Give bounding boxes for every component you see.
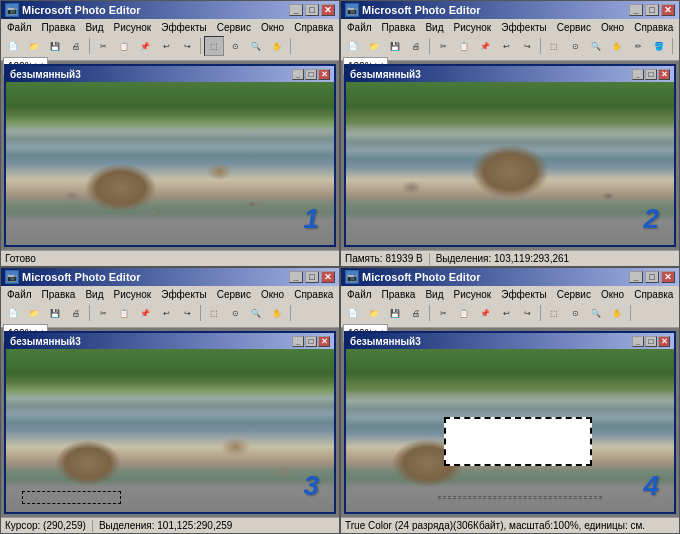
tb-cut-4[interactable]: ✂ <box>433 303 453 323</box>
minimize-btn-2[interactable]: _ <box>629 4 643 16</box>
tb-undo-3[interactable]: ↩ <box>156 303 176 323</box>
menu-view-4[interactable]: Вид <box>421 288 447 301</box>
tb-new-1[interactable]: 📄 <box>3 36 23 56</box>
tb-print-2[interactable]: 🖨 <box>406 36 426 56</box>
tb-save-3[interactable]: 💾 <box>45 303 65 323</box>
tb-lasso-2[interactable]: ⊙ <box>565 36 585 56</box>
tb-copy-2[interactable]: 📋 <box>454 36 474 56</box>
doc-max-2[interactable]: □ <box>645 69 657 80</box>
tb-redo-4[interactable]: ↪ <box>517 303 537 323</box>
doc-close-1[interactable]: ✕ <box>318 69 330 80</box>
tb-save-1[interactable]: 💾 <box>45 36 65 56</box>
menu-edit-2[interactable]: Правка <box>378 21 420 34</box>
minimize-btn-1[interactable]: _ <box>289 4 303 16</box>
maximize-btn-3[interactable]: □ <box>305 271 319 283</box>
tb-open-1[interactable]: 📁 <box>24 36 44 56</box>
menu-file-3[interactable]: Файл <box>3 288 36 301</box>
tb-select-4[interactable]: ⬚ <box>544 303 564 323</box>
menu-effects-4[interactable]: Эффекты <box>497 288 550 301</box>
menu-view-1[interactable]: Вид <box>81 21 107 34</box>
tb-cut-1[interactable]: ✂ <box>93 36 113 56</box>
close-btn-4[interactable]: ✕ <box>661 271 675 283</box>
tb-zoom-2[interactable]: 🔍 <box>586 36 606 56</box>
menu-image-3[interactable]: Рисунок <box>109 288 155 301</box>
maximize-btn-4[interactable]: □ <box>645 271 659 283</box>
tb-hand-4[interactable]: ✋ <box>607 303 627 323</box>
doc-close-4[interactable]: ✕ <box>658 336 670 347</box>
doc-max-3[interactable]: □ <box>305 336 317 347</box>
tb-lasso-1[interactable]: ⊙ <box>225 36 245 56</box>
doc-close-2[interactable]: ✕ <box>658 69 670 80</box>
maximize-btn-2[interactable]: □ <box>645 4 659 16</box>
menu-window-2[interactable]: Окно <box>597 21 628 34</box>
doc-min-2[interactable]: _ <box>632 69 644 80</box>
tb-select-3[interactable]: ⬚ <box>204 303 224 323</box>
tb-paste-2[interactable]: 📌 <box>475 36 495 56</box>
menu-help-4[interactable]: Справка <box>630 288 677 301</box>
menu-service-2[interactable]: Сервис <box>553 21 595 34</box>
menu-help-1[interactable]: Справка <box>290 21 337 34</box>
tb-zoom-1[interactable]: 🔍 <box>246 36 266 56</box>
menu-effects-2[interactable]: Эффекты <box>497 21 550 34</box>
tb-redo-1[interactable]: ↪ <box>177 36 197 56</box>
menu-view-3[interactable]: Вид <box>81 288 107 301</box>
tb-hand-3[interactable]: ✋ <box>267 303 287 323</box>
tb-undo-1[interactable]: ↩ <box>156 36 176 56</box>
tb-copy-4[interactable]: 📋 <box>454 303 474 323</box>
doc-min-3[interactable]: _ <box>292 336 304 347</box>
tb-print-4[interactable]: 🖨 <box>406 303 426 323</box>
close-btn-3[interactable]: ✕ <box>321 271 335 283</box>
menu-image-2[interactable]: Рисунок <box>449 21 495 34</box>
menu-file-2[interactable]: Файл <box>343 21 376 34</box>
maximize-btn-1[interactable]: □ <box>305 4 319 16</box>
menu-image-4[interactable]: Рисунок <box>449 288 495 301</box>
tb-pencil-2[interactable]: ✏ <box>628 36 648 56</box>
tb-hand-1[interactable]: ✋ <box>267 36 287 56</box>
tb-hand-2[interactable]: ✋ <box>607 36 627 56</box>
tb-print-3[interactable]: 🖨 <box>66 303 86 323</box>
tb-open-4[interactable]: 📁 <box>364 303 384 323</box>
menu-service-1[interactable]: Сервис <box>213 21 255 34</box>
menu-file-1[interactable]: Файл <box>3 21 36 34</box>
minimize-btn-3[interactable]: _ <box>289 271 303 283</box>
doc-min-4[interactable]: _ <box>632 336 644 347</box>
close-btn-1[interactable]: ✕ <box>321 4 335 16</box>
tb-cut-2[interactable]: ✂ <box>433 36 453 56</box>
menu-edit-1[interactable]: Правка <box>38 21 80 34</box>
doc-max-4[interactable]: □ <box>645 336 657 347</box>
tb-print-1[interactable]: 🖨 <box>66 36 86 56</box>
tb-copy-1[interactable]: 📋 <box>114 36 134 56</box>
tb-fill-2[interactable]: 🪣 <box>649 36 669 56</box>
tb-paste-1[interactable]: 📌 <box>135 36 155 56</box>
tb-open-2[interactable]: 📁 <box>364 36 384 56</box>
tb-cut-3[interactable]: ✂ <box>93 303 113 323</box>
tb-paste-4[interactable]: 📌 <box>475 303 495 323</box>
tb-new-4[interactable]: 📄 <box>343 303 363 323</box>
menu-edit-3[interactable]: Правка <box>38 288 80 301</box>
tb-new-3[interactable]: 📄 <box>3 303 23 323</box>
menu-service-4[interactable]: Сервис <box>553 288 595 301</box>
minimize-btn-4[interactable]: _ <box>629 271 643 283</box>
menu-file-4[interactable]: Файл <box>343 288 376 301</box>
tb-redo-3[interactable]: ↪ <box>177 303 197 323</box>
tb-copy-3[interactable]: 📋 <box>114 303 134 323</box>
menu-effects-1[interactable]: Эффекты <box>157 21 210 34</box>
doc-max-1[interactable]: □ <box>305 69 317 80</box>
menu-window-1[interactable]: Окно <box>257 21 288 34</box>
tb-redo-2[interactable]: ↪ <box>517 36 537 56</box>
doc-close-3[interactable]: ✕ <box>318 336 330 347</box>
close-btn-2[interactable]: ✕ <box>661 4 675 16</box>
tb-save-2[interactable]: 💾 <box>385 36 405 56</box>
menu-image-1[interactable]: Рисунок <box>109 21 155 34</box>
tb-new-2[interactable]: 📄 <box>343 36 363 56</box>
menu-help-2[interactable]: Справка <box>630 21 677 34</box>
menu-effects-3[interactable]: Эффекты <box>157 288 210 301</box>
tb-zoom-3[interactable]: 🔍 <box>246 303 266 323</box>
tb-select-2[interactable]: ⬚ <box>544 36 564 56</box>
menu-service-3[interactable]: Сервис <box>213 288 255 301</box>
tb-select-1[interactable]: ⬚ <box>204 36 224 56</box>
tb-zoom-4[interactable]: 🔍 <box>586 303 606 323</box>
menu-edit-4[interactable]: Правка <box>378 288 420 301</box>
tb-open-3[interactable]: 📁 <box>24 303 44 323</box>
menu-help-3[interactable]: Справка <box>290 288 337 301</box>
